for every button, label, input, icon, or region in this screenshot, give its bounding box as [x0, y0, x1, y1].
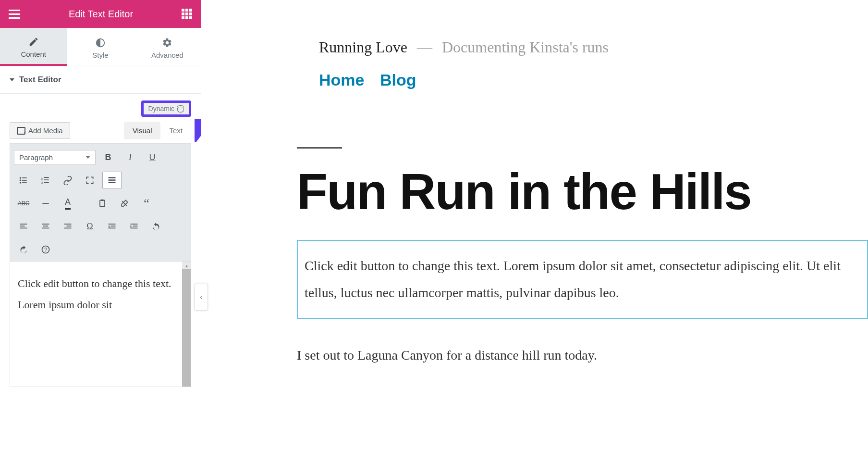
site-tagline: Documenting Kinsta's runs [442, 38, 609, 56]
link-button[interactable] [58, 172, 77, 189]
numbered-list-button[interactable]: 123 [36, 172, 55, 189]
editor-tab-text[interactable]: Text [160, 122, 191, 139]
separator: — [417, 38, 432, 56]
svg-rect-14 [109, 179, 116, 181]
chevron-down-icon [10, 78, 14, 81]
svg-rect-24 [42, 228, 49, 229]
sidebar-tabs: Content Style Advanced [0, 28, 201, 66]
clear-format-button[interactable] [115, 195, 134, 212]
align-left-button[interactable] [14, 218, 33, 235]
sidebar-header: Edit Text Editor [0, 0, 201, 28]
text-color-dropdown[interactable] [80, 195, 90, 212]
svg-point-1 [20, 177, 21, 178]
svg-point-3 [20, 179, 21, 181]
tab-content[interactable]: Content [0, 28, 67, 66]
format-select[interactable]: Paragraph [14, 150, 96, 165]
svg-rect-4 [22, 180, 27, 181]
svg-rect-13 [109, 177, 116, 178]
svg-rect-18 [101, 200, 104, 201]
selected-text-widget[interactable]: Click edit button to change this text. L… [297, 240, 868, 319]
editor-tab-visual[interactable]: Visual [124, 122, 161, 139]
svg-rect-17 [100, 200, 105, 206]
svg-rect-23 [43, 226, 48, 226]
menu-icon[interactable] [9, 10, 20, 19]
blockquote-button[interactable]: “ [137, 195, 156, 212]
svg-rect-8 [44, 177, 49, 178]
dynamic-button[interactable]: Dynamic [141, 100, 191, 117]
svg-rect-32 [133, 226, 138, 226]
svg-text:3: 3 [41, 181, 43, 184]
indent-button[interactable] [124, 218, 144, 235]
divider [297, 147, 342, 149]
svg-rect-19 [20, 224, 27, 225]
dynamic-label: Dynamic [148, 105, 174, 113]
add-media-button[interactable]: Add Media [10, 122, 70, 139]
editor-mode-tabs: Visual Text [124, 122, 191, 139]
redo-button[interactable] [14, 241, 33, 258]
bullet-list-button[interactable] [14, 172, 33, 189]
apps-icon[interactable] [182, 9, 192, 19]
svg-rect-26 [67, 226, 72, 226]
tab-label: Style [92, 51, 108, 59]
add-media-label: Add Media [28, 126, 63, 135]
editor-textarea[interactable]: Click edit button to change this text. L… [10, 262, 182, 387]
svg-rect-20 [20, 226, 25, 226]
outdent-button[interactable] [102, 218, 122, 235]
svg-rect-12 [44, 182, 49, 183]
toolbar-toggle-button[interactable] [102, 172, 122, 189]
scroll-up-icon[interactable]: ▴ [182, 262, 191, 269]
text-editor-area: Click edit button to change this text. L… [10, 262, 191, 387]
underline-button[interactable]: U [143, 149, 162, 166]
post-title: Fun Run in the Hills [297, 163, 868, 221]
tab-advanced[interactable]: Advanced [134, 28, 201, 66]
editor-sidebar: Edit Text Editor Content Style Advanced … [0, 0, 201, 451]
nav-home[interactable]: Home [319, 71, 364, 89]
pencil-icon [28, 37, 39, 47]
svg-rect-28 [109, 224, 116, 225]
svg-rect-15 [109, 182, 116, 183]
paste-button[interactable] [93, 195, 112, 212]
tab-label: Content [21, 50, 46, 58]
chevron-down-icon [86, 156, 90, 159]
nav-blog[interactable]: Blog [380, 71, 416, 89]
svg-rect-16 [42, 203, 49, 204]
tab-style[interactable]: Style [67, 28, 134, 66]
svg-rect-6 [22, 182, 27, 183]
svg-text:?: ? [44, 247, 47, 252]
tab-label: Advanced [151, 51, 183, 59]
svg-point-5 [20, 182, 21, 183]
special-char-button[interactable]: Ω [80, 218, 99, 235]
collapse-sidebar-button[interactable]: ‹ [195, 284, 208, 311]
section-body: Dynamic Add Media Visual Text Paragraph [0, 94, 201, 394]
fullscreen-button[interactable] [80, 172, 99, 189]
undo-button[interactable] [147, 218, 166, 235]
bold-button[interactable]: B [98, 149, 118, 166]
help-button[interactable]: ? [36, 241, 55, 258]
align-center-button[interactable] [36, 218, 55, 235]
align-right-button[interactable] [58, 218, 77, 235]
italic-button[interactable]: I [121, 149, 140, 166]
svg-rect-25 [64, 224, 72, 225]
svg-rect-21 [20, 228, 27, 229]
sidebar-title: Edit Text Editor [20, 9, 182, 20]
site-nav: Home Blog [319, 71, 868, 89]
strikethrough-button[interactable]: ABC [14, 195, 33, 212]
gear-icon [162, 38, 172, 48]
database-icon [177, 105, 184, 112]
scrollbar-track[interactable] [182, 269, 191, 387]
text-color-button[interactable]: A [58, 195, 77, 212]
format-selected: Paragraph [19, 153, 53, 162]
svg-rect-30 [109, 228, 116, 229]
editor-scrollbar[interactable]: ▴ [182, 262, 191, 387]
svg-rect-22 [42, 224, 49, 225]
svg-rect-2 [22, 177, 27, 178]
rich-text-toolbar: Paragraph B I U 123 ABC A [10, 143, 191, 262]
site-title: Running Love [319, 38, 407, 56]
camera-icon [17, 127, 25, 135]
preview-canvas: ‹ Running Love — Documenting Kinsta's ru… [201, 0, 868, 451]
svg-rect-29 [111, 226, 116, 226]
hr-button[interactable] [36, 195, 55, 212]
section-header-text-editor[interactable]: Text Editor [0, 66, 201, 94]
post-body-text: I set out to Laguna Canyon for a distanc… [297, 348, 868, 363]
section-title: Text Editor [19, 75, 61, 85]
